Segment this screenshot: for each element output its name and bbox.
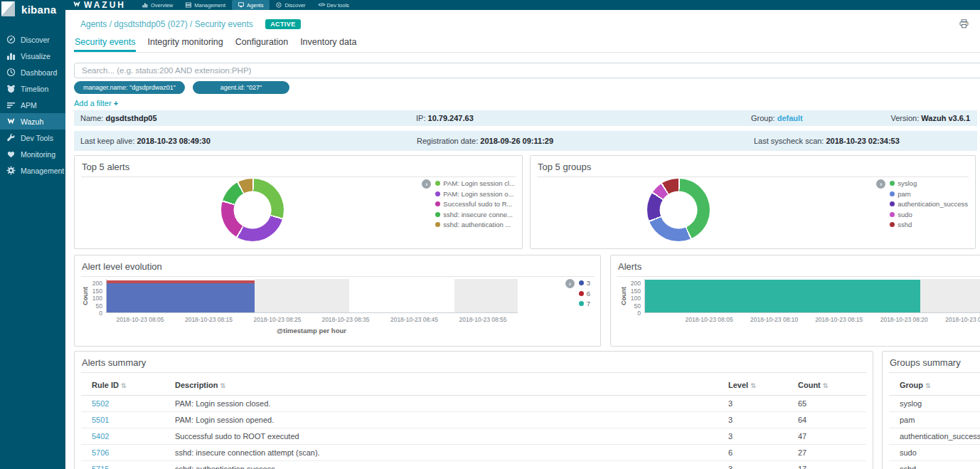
sidebar-item-apm[interactable]: APM [0,97,65,113]
panel-title: Alerts [617,255,980,277]
filter-pill-1[interactable]: agent.id: "027" [193,81,289,94]
topbar-item-management[interactable]: Management [179,0,232,10]
sidebar-item-management[interactable]: Management [0,162,65,179]
table-cell: PAM: Login session opened. [175,412,728,428]
sort-icon[interactable]: ⇅ [750,382,756,389]
table-row[interactable]: syslog [889,396,980,412]
x-axis-tick-label: 2018-10-23 08:45 [380,316,449,323]
rule-id-link[interactable]: 5706 [92,448,109,457]
topbar-item-dev-tools[interactable]: </>Dev tools [312,0,356,10]
x-axis-tick-label: 2018-10-23 08:05 [106,316,174,323]
timelion-icon [6,84,16,93]
alert-level-evolution-panel: Alert level evolution0501001502002018-10… [74,255,601,347]
chart-endzone-band [454,279,518,312]
wazuh-brand[interactable]: WAZUH [65,0,136,11]
sidebar-item-label: Wazuh [21,117,43,126]
agent-info-ip: IP: 10.79.247.63 [416,114,474,122]
legend-item-authentication-success[interactable]: authentication_success [890,200,968,208]
sort-icon[interactable]: ⇅ [121,382,127,389]
topbar-item-overview[interactable]: Overview [136,0,179,10]
table-row[interactable]: sshd [889,461,980,469]
legend-toggle-button[interactable]: › [565,279,575,288]
wazuh-logo-icon [73,0,81,11]
legend-item-7[interactable]: 7 [579,300,590,307]
filter-pill-0[interactable]: manager.name: "dgsdprdwaz01" [74,81,185,94]
tab-inventory-data[interactable]: Inventory data [299,36,357,52]
topbar-item-agents[interactable]: Agents [232,0,270,10]
group-cell: sshd [889,461,980,469]
sidebar-item-timelion[interactable]: Timelion [0,80,65,97]
legend-toggle-button[interactable]: › [876,179,885,189]
legend-item-sudo[interactable]: sudo [890,211,968,218]
topbar-item-discover[interactable]: Discover [270,0,311,10]
legend-item-sshd-authentication[interactable]: sshd: authentication ... [435,221,515,228]
chart-plot-area[interactable] [106,279,518,313]
tab-integrity-monitoring[interactable]: Integrity monitoring [147,36,223,52]
legend-label: authentication_success [898,200,968,208]
sidebar-item-label: Discover [21,36,50,44]
table-row[interactable]: 5402Successful sudo to ROOT executed347 [81,428,866,445]
column-header-description: Description⇅ [175,374,728,396]
sidebar-item-wazuh[interactable]: Wazuh [0,113,65,130]
legend-label: pam [898,190,910,198]
legend-item-3[interactable]: 3 [579,279,590,287]
print-icon[interactable] [959,19,969,28]
sort-icon[interactable]: ⇅ [925,382,931,389]
donut-chart[interactable] [647,179,710,241]
legend-item-pam[interactable]: pam [890,190,968,198]
apm-icon [6,100,16,110]
top5-groups-panel: Top 5 groups›syslogpamauthentication_suc… [530,155,976,249]
table-cell: sshd: authentication success. [175,461,728,469]
y-axis-tick-label: 200 [81,280,102,287]
chart-legend: ›367 [579,279,590,307]
compass-icon [276,2,282,8]
group-cell: authentication_success [889,428,980,445]
agent-info-value: Wazuh v3.6.1 [921,114,970,122]
sidebar-item-label: Management [21,167,64,175]
legend-color-dot [579,291,584,296]
search-input[interactable] [74,63,980,78]
rule-id-link[interactable]: 5715 [92,465,109,469]
sort-icon[interactable]: ⇅ [823,382,829,389]
table-row[interactable]: 5715sshd: authentication success.317 [81,461,866,469]
legend-item-syslog[interactable]: syslog [890,179,968,187]
area-series-3 [107,283,255,312]
kibana-logo-text: kibana [21,4,56,16]
chart-plot-area[interactable] [644,279,980,313]
table-row[interactable]: sudo [889,445,980,461]
topbar-item-label: Management [194,2,225,9]
table-cell: 65 [798,396,866,412]
table-row[interactable]: 5501PAM: Login session opened.364 [81,412,866,428]
tab-configuration[interactable]: Configuration [235,36,289,52]
legend-item-pam-login-session-cl[interactable]: PAM: Login session cl... [435,179,515,187]
table-row[interactable]: authentication_success [889,428,980,445]
breadcrumb-agents-link[interactable]: Agents [80,19,107,29]
sidebar-item-visualize[interactable]: Visualize [0,48,65,64]
legend-item-successful-sudo-to-r[interactable]: Successful sudo to R... [435,200,515,208]
legend-item-pam-login-session-o[interactable]: PAM: Login session o... [435,190,515,198]
table-row[interactable]: 5502PAM: Login session closed.365 [81,396,866,412]
rule-id-link[interactable]: 5502 [92,399,109,408]
donut-chart[interactable] [221,179,284,241]
legend-toggle-button[interactable]: › [422,179,431,189]
x-axis-tick-label: 2018-10-23 08:10 [740,316,809,323]
add-filter-button[interactable]: Add a filter + [74,99,118,107]
legend-item-sshd[interactable]: sshd [890,221,968,228]
agent-info-bar-2: Last keep alive: 2018-10-23 08:49:30Regi… [74,131,977,151]
rule-id-link[interactable]: 5402 [92,432,109,441]
legend-item-6[interactable]: 6 [579,290,590,297]
table-row[interactable]: pam [889,412,980,428]
column-header-group: Group⇅ [889,374,980,396]
tab-security-events[interactable]: Security events [74,36,136,52]
sidebar-item-dev-tools[interactable]: Dev Tools [0,130,65,146]
sidebar-item-discover[interactable]: Discover [0,31,65,48]
rule-id-link[interactable]: 5501 [92,416,109,424]
sidebar-item-dashboard[interactable]: Dashboard [0,64,65,80]
sort-icon[interactable]: ⇅ [220,382,226,389]
table-cell: Successful sudo to ROOT executed [175,428,728,445]
table-row[interactable]: 5706sshd: insecure connection attempt (s… [81,445,866,461]
legend-item-sshd-insecure-conne[interactable]: sshd: insecure conne... [435,211,515,218]
group-link[interactable]: default [777,114,803,122]
table-header-row: Rule ID⇅Description⇅Level⇅Count⇅ [81,374,866,396]
sidebar-item-monitoring[interactable]: Monitoring [0,146,65,162]
